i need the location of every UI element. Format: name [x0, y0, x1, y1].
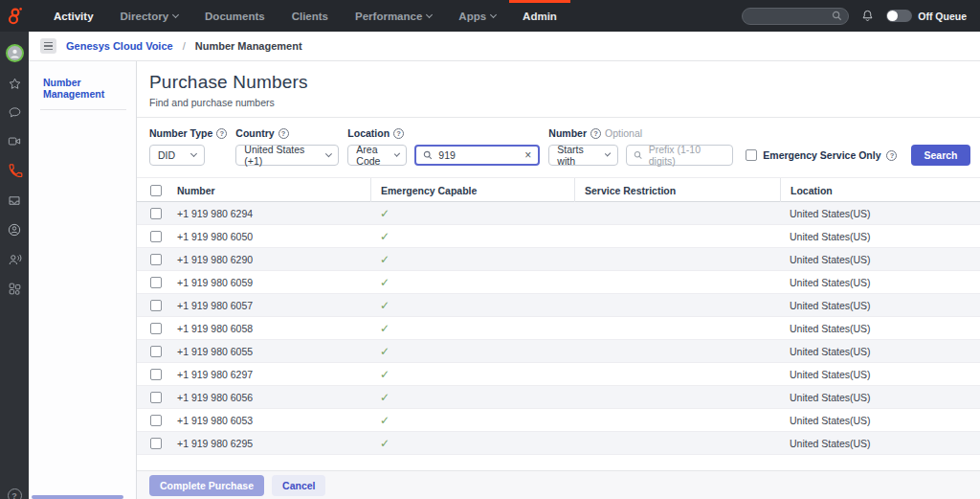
number-label: Number: [548, 127, 587, 139]
number-type-label: Number Type: [149, 127, 212, 139]
table-row[interactable]: +1 919 980 6050 ✓ United States(US): [137, 225, 980, 248]
help-tooltip-icon[interactable]: ?: [393, 128, 404, 139]
genesys-logo-icon: [7, 7, 23, 25]
row-checkbox[interactable]: [150, 254, 162, 265]
hamburger-icon[interactable]: [40, 38, 56, 54]
filter-number-type: Number Type ? DID: [149, 127, 227, 166]
presence-avatar[interactable]: [6, 44, 24, 62]
profile-icon[interactable]: [7, 222, 22, 238]
row-checkbox[interactable]: [150, 300, 162, 311]
nav-item-admin[interactable]: Admin: [509, 0, 570, 32]
nav-label-documents: Documents: [205, 11, 265, 22]
chevron-down-icon: [325, 150, 332, 157]
chevron-down-icon: [190, 150, 197, 157]
table-row[interactable]: +1 919 980 6297 ✓ United States(US): [137, 363, 980, 386]
filter-location: Location ? Area Code 919 ×: [347, 127, 540, 166]
help-icon[interactable]: ?: [8, 488, 22, 499]
search-icon: [832, 11, 842, 21]
video-icon[interactable]: [7, 134, 22, 148]
horizontal-scrollbar[interactable]: [32, 495, 123, 499]
table-row[interactable]: +1 919 980 6295 ✓ United States(US): [137, 432, 980, 455]
close-icon[interactable]: ×: [524, 148, 531, 162]
nav-item-clients[interactable]: Clients: [278, 0, 342, 32]
checkmark-icon: ✓: [380, 368, 584, 381]
cell-location: United States(US): [790, 323, 980, 334]
nav-item-directory[interactable]: Directory: [107, 0, 192, 32]
row-checkbox[interactable]: [150, 208, 162, 219]
help-tooltip-icon[interactable]: ?: [886, 150, 897, 161]
col-header-number[interactable]: Number: [177, 178, 380, 202]
location-type-select[interactable]: Area Code: [347, 145, 407, 166]
row-checkbox[interactable]: [150, 323, 162, 334]
toggle-knob: [887, 11, 898, 21]
table-row[interactable]: +1 919 980 6056 ✓ United States(US): [137, 386, 980, 409]
nav-item-apps[interactable]: Apps: [445, 0, 509, 32]
inbox-icon[interactable]: [7, 193, 22, 208]
star-icon[interactable]: [8, 77, 22, 91]
col-header-emergency-capable[interactable]: Emergency Capable: [370, 178, 584, 202]
table-body: +1 919 980 6294 ✓ United States(US) +1 9…: [137, 202, 980, 455]
chevron-down-icon: [426, 11, 433, 17]
cell-location: United States(US): [790, 208, 980, 219]
prefix-placeholder: Prefix (1-10 digits): [649, 144, 726, 167]
top-nav-bar: Activity Directory Documents Clients Per…: [0, 0, 980, 32]
complete-purchase-button[interactable]: Complete Purchase: [149, 475, 264, 496]
bell-icon[interactable]: [860, 9, 875, 24]
country-select[interactable]: United States (+1): [235, 145, 339, 166]
chevron-down-icon: [172, 11, 179, 17]
sidebar-item-number-management[interactable]: Number Management: [29, 61, 136, 109]
apps-grid-icon[interactable]: [8, 282, 22, 296]
cancel-button[interactable]: Cancel: [272, 475, 325, 496]
table-row[interactable]: +1 919 980 6055 ✓ United States(US): [137, 340, 980, 363]
help-tooltip-icon[interactable]: ?: [590, 128, 601, 139]
checkmark-icon: ✓: [380, 345, 584, 358]
select-all-checkbox[interactable]: [150, 185, 162, 196]
table-row[interactable]: +1 919 980 6057 ✓ United States(US): [137, 294, 980, 317]
help-tooltip-icon[interactable]: ?: [278, 128, 289, 139]
cell-location: United States(US): [790, 231, 980, 242]
row-checkbox[interactable]: [150, 392, 162, 403]
country-label: Country: [235, 127, 274, 139]
global-search-input[interactable]: [742, 8, 849, 25]
chevron-down-icon: [394, 150, 400, 156]
nav-label-clients: Clients: [292, 11, 328, 22]
emergency-only-checkbox[interactable]: [746, 149, 757, 161]
queue-toggle-group: Off Queue: [886, 10, 967, 22]
table-row[interactable]: +1 919 980 6290 ✓ United States(US): [137, 248, 980, 271]
nav-item-performance[interactable]: Performance: [342, 0, 445, 32]
nav-label-directory: Directory: [121, 11, 169, 22]
agent-voice-icon[interactable]: [7, 252, 23, 267]
table-row[interactable]: +1 919 980 6058 ✓ United States(US): [137, 317, 980, 340]
checkmark-icon: ✓: [380, 437, 584, 450]
off-queue-toggle[interactable]: [886, 10, 912, 22]
col-header-location[interactable]: Location: [780, 178, 980, 202]
action-footer: Complete Purchase Cancel: [137, 470, 980, 499]
nav-item-documents[interactable]: Documents: [191, 0, 278, 32]
col-header-service-restriction[interactable]: Service Restriction: [574, 178, 790, 202]
row-checkbox[interactable]: [150, 277, 162, 288]
table-header-row: Number Emergency Capable Service Restric…: [137, 178, 980, 202]
area-code-search-input[interactable]: 919 ×: [414, 145, 540, 166]
row-checkbox[interactable]: [150, 346, 162, 357]
chat-icon[interactable]: [8, 105, 22, 120]
number-type-select[interactable]: DID: [149, 145, 205, 166]
row-checkbox[interactable]: [150, 369, 162, 380]
breadcrumb: Genesys Cloud Voice / Number Management: [29, 32, 980, 61]
chevron-down-icon: [490, 11, 497, 17]
prefix-input[interactable]: Prefix (1-10 digits): [626, 145, 733, 166]
row-checkbox[interactable]: [150, 438, 162, 449]
row-checkbox[interactable]: [150, 231, 162, 242]
phone-icon[interactable]: [7, 163, 23, 179]
table-row[interactable]: +1 919 980 6294 ✓ United States(US): [137, 202, 980, 225]
row-checkbox[interactable]: [150, 415, 162, 426]
genesys-logo[interactable]: [0, 0, 29, 32]
nav-item-activity[interactable]: Activity: [40, 0, 107, 32]
search-icon: [423, 150, 433, 160]
cell-location: United States(US): [790, 254, 980, 265]
table-row[interactable]: +1 919 980 6053 ✓ United States(US): [137, 409, 980, 432]
table-row[interactable]: +1 919 980 6059 ✓ United States(US): [137, 271, 980, 294]
number-match-select[interactable]: Starts with: [548, 145, 618, 166]
breadcrumb-parent-link[interactable]: Genesys Cloud Voice: [66, 40, 173, 52]
search-button[interactable]: Search: [911, 145, 969, 166]
help-tooltip-icon[interactable]: ?: [216, 128, 227, 139]
